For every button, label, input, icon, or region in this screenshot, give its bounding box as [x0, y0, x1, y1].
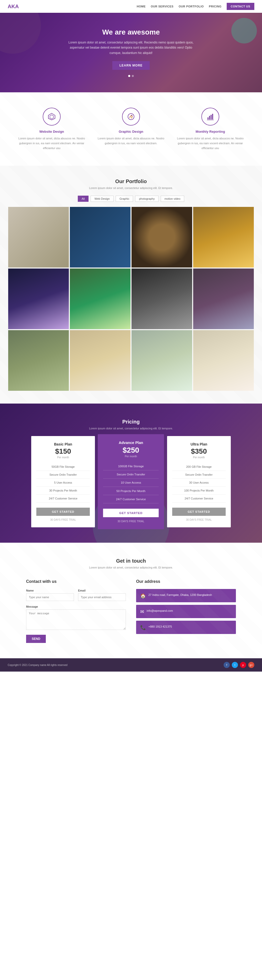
- basic-plan-features: 50GB File Storage Secure Onlin Transfer …: [36, 463, 90, 503]
- pricing-cards: Basic Plan $150 Per month 50GB File Stor…: [31, 436, 231, 527]
- hero-dot-1[interactable]: [128, 75, 130, 77]
- ultra-plan-period: Per month: [172, 456, 226, 459]
- filter-photography[interactable]: photography: [135, 196, 158, 202]
- pinterest-icon[interactable]: p: [240, 662, 246, 668]
- basic-plan-name: Basic Plan: [36, 442, 90, 446]
- basic-feature-4: 30 Projects Per Month: [36, 487, 90, 495]
- email-input[interactable]: [78, 593, 126, 601]
- filter-graphic[interactable]: Graphic: [116, 196, 133, 202]
- ultra-feature-4: 100 Projects Per Month: [172, 487, 226, 495]
- basic-feature-1: 50GB File Storage: [36, 463, 90, 471]
- portfolio-item-7[interactable]: [131, 269, 192, 329]
- website-design-icon: [43, 108, 61, 126]
- reporting-icon: [201, 108, 219, 126]
- facebook-icon[interactable]: f: [224, 662, 230, 668]
- submit-button[interactable]: SEND: [26, 635, 46, 643]
- hero-section: We are awesome Lorem ipsum dolor sit ame…: [0, 13, 262, 92]
- basic-feature-2: Secure Onlin Transfer: [36, 471, 90, 479]
- nav-contact-button[interactable]: CONTACT US: [227, 3, 254, 10]
- nav-logo: AKA: [8, 3, 19, 10]
- name-field-group: Name: [26, 589, 74, 601]
- advance-plan-trial: 30 DAYS FREE TRIAL: [103, 520, 159, 523]
- nav-links: HOME OUR SERVICES OUR PORTFOLIO PRICING …: [137, 3, 254, 10]
- ultra-plan-price: $350: [172, 447, 226, 455]
- portfolio-item-3[interactable]: [131, 207, 192, 267]
- address-phone-icon: 📞: [140, 625, 146, 630]
- portfolio-item-1[interactable]: [8, 207, 69, 267]
- website-design-title: Website Design: [16, 130, 88, 134]
- advance-feature-3: 10 User Access: [103, 479, 159, 487]
- ultra-plan-features: 200 GB File Storage Secure Onlin Transfe…: [172, 463, 226, 503]
- name-input[interactable]: [26, 593, 74, 601]
- hero-description: Lorem ipsum dolor sit amet, consectetur …: [64, 40, 198, 56]
- nav-portfolio[interactable]: OUR PORTFOLIO: [179, 5, 204, 8]
- basic-plan-trial: 30 DAYS FREE TRIAL: [36, 519, 90, 521]
- advance-feature-1: 100GB File Storage: [103, 462, 159, 470]
- portfolio-item-11[interactable]: [131, 330, 192, 391]
- contact-description: Lorem ipsum dolor sit amet, consectetur …: [8, 566, 254, 569]
- message-label: Message: [26, 605, 126, 608]
- filter-web-design[interactable]: Web Design: [91, 196, 113, 202]
- portfolio-item-12[interactable]: [193, 330, 254, 391]
- website-design-desc: Lorem ipsum dolor sit amet, dicta abuuco…: [16, 136, 88, 150]
- portfolio-item-8[interactable]: [193, 269, 254, 329]
- name-label: Name: [26, 589, 74, 592]
- portfolio-item-9[interactable]: [8, 330, 69, 391]
- portfolio-item-4[interactable]: [193, 207, 254, 267]
- advance-plan-card: Advance Plan $250 Per month 100GB File S…: [98, 434, 164, 529]
- basic-plan-period: Per month: [36, 456, 90, 459]
- footer-social: f t p g+: [224, 662, 254, 668]
- pricing-description: Lorem ipsum dolor sit amet, consectetur …: [8, 427, 254, 430]
- nav-home[interactable]: HOME: [137, 5, 145, 8]
- portfolio-grid: [8, 207, 254, 391]
- filter-motion-video[interactable]: motion video: [161, 196, 184, 202]
- nav-pricing[interactable]: PRICING: [209, 5, 221, 8]
- graphic-design-title: Graphic Design: [95, 130, 167, 134]
- advance-feature-4: 50 Projects Per Month: [103, 487, 159, 495]
- portfolio-item-2[interactable]: [70, 207, 131, 267]
- hero-title: We are awesome: [102, 28, 160, 36]
- ultra-feature-1: 200 GB File Storage: [172, 463, 226, 471]
- service-item-reporting: Monthly Reporting Lorem ipsum dolor sit …: [174, 108, 246, 150]
- service-item-graphic-design: Graphic Design Lorem ipsum dolor sit ame…: [95, 108, 167, 150]
- portfolio-title: Our Portfolio: [8, 178, 254, 185]
- twitter-icon[interactable]: t: [232, 662, 238, 668]
- contact-title: Get in touch: [8, 558, 254, 564]
- basic-plan-card: Basic Plan $150 Per month 50GB File Stor…: [31, 436, 95, 527]
- navbar: AKA HOME OUR SERVICES OUR PORTFOLIO PRIC…: [0, 0, 262, 13]
- message-textarea[interactable]: [26, 609, 126, 630]
- filter-all[interactable]: All: [78, 196, 88, 202]
- address-card-2: ✉ info@wpexpand.com: [136, 605, 236, 618]
- email-field-group: Email: [78, 589, 126, 601]
- contact-grid: Contact with us Name Email Message SEND …: [26, 579, 236, 643]
- basic-plan-button[interactable]: GET STARTED: [36, 508, 90, 516]
- portfolio-item-10[interactable]: [70, 330, 131, 391]
- ultra-feature-5: 24/7 Customer Service: [172, 495, 226, 503]
- advance-plan-name: Advance Plan: [103, 441, 159, 445]
- reporting-title: Monthly Reporting: [174, 130, 246, 134]
- ultra-plan-card: Ultra Plan $350 Per month 200 GB File St…: [167, 436, 231, 527]
- ultra-plan-trial: 30 DAYS FREE TRIAL: [172, 519, 226, 521]
- advance-plan-button[interactable]: GET STARTED: [103, 509, 159, 517]
- address-card-1: 🏠 27 Indra road, Farmgate, Dhaka, 1200 B…: [136, 589, 236, 602]
- portfolio-item-5[interactable]: [8, 269, 69, 329]
- hero-learn-more-button[interactable]: LEARN MORE: [112, 61, 150, 70]
- address-text-3: +880 1913 421375: [149, 624, 172, 629]
- svg-marker-1: [50, 115, 53, 119]
- advance-plan-price: $250: [103, 446, 159, 455]
- nav-services[interactable]: OUR SERVICES: [151, 5, 174, 8]
- advance-plan-features: 100GB File Storage Secure Onlin Transfer…: [103, 462, 159, 503]
- pricing-section: Pricing Lorem ipsum dolor sit amet, cons…: [0, 404, 262, 542]
- basic-feature-5: 24/7 Customer Service: [36, 495, 90, 503]
- hero-dot-2[interactable]: [132, 75, 134, 77]
- address-home-icon: 🏠: [140, 593, 146, 599]
- ultra-plan-button[interactable]: GET STARTED: [172, 508, 226, 516]
- google-plus-icon[interactable]: g+: [248, 662, 254, 668]
- portfolio-item-6[interactable]: [70, 269, 131, 329]
- portfolio-filters: All Web Design Graphic photography motio…: [8, 196, 254, 202]
- contact-address-side: Our address 🏠 27 Indra road, Farmgate, D…: [136, 579, 236, 643]
- address-email-icon: ✉: [140, 609, 144, 614]
- portfolio-section: Our Portfolio Lorem ipsum dolor sit amet…: [0, 166, 262, 404]
- portfolio-description: Lorem ipsum dolor sit amet, consectetur …: [8, 186, 254, 189]
- service-item-website-design: Website Design Lorem ipsum dolor sit ame…: [16, 108, 88, 150]
